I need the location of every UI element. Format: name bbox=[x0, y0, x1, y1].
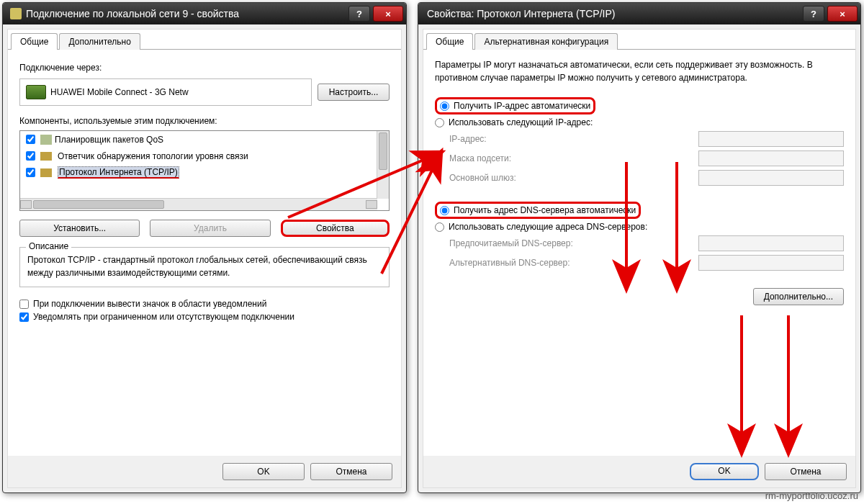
radio-ip-auto-label: Получить IP-адрес автоматически bbox=[454, 101, 590, 111]
configure-button[interactable]: Настроить... bbox=[318, 84, 390, 101]
tcpip-icon bbox=[40, 168, 52, 177]
dns-pref-input bbox=[698, 235, 844, 251]
topology-icon bbox=[40, 152, 52, 161]
radio-dns-auto-label: Получить адрес DNS-сервера автоматически bbox=[454, 205, 636, 215]
tab-general-left[interactable]: Общие bbox=[11, 33, 58, 50]
ip-label: IP-адрес: bbox=[449, 134, 487, 144]
properties-button[interactable]: Свойства bbox=[281, 220, 390, 237]
titlebar-right: Свойства: Протокол Интернета (TCP/IP) ? … bbox=[418, 3, 860, 24]
close-button[interactable]: × bbox=[827, 6, 858, 22]
dns-alt-input bbox=[698, 255, 844, 271]
ok-button-right[interactable]: OK bbox=[690, 463, 759, 480]
network-card-icon bbox=[26, 85, 46, 99]
help-button[interactable]: ? bbox=[348, 6, 370, 22]
radio-dns-manual-label: Использовать следующие адреса DNS-сервер… bbox=[449, 222, 647, 232]
dialog-lan-properties: Подключение по локальной сети 9 - свойст… bbox=[2, 2, 407, 493]
ip-input bbox=[698, 131, 844, 147]
gateway-label: Основной шлюз: bbox=[449, 173, 516, 183]
title-right: Свойства: Протокол Интернета (TCP/IP) bbox=[427, 8, 800, 19]
radio-ip-auto[interactable] bbox=[440, 102, 449, 111]
checkbox[interactable] bbox=[26, 168, 35, 177]
connect-via-label: Подключение через: bbox=[19, 63, 390, 73]
cancel-button-right[interactable]: Отмена bbox=[765, 463, 847, 480]
radio-ip-manual[interactable] bbox=[435, 118, 444, 127]
tab-advanced-left[interactable]: Дополнительно bbox=[59, 33, 140, 50]
description-text: Протокол TCP/IP - стандартный протокол г… bbox=[27, 253, 382, 279]
components-label: Компоненты, используемые этим подключени… bbox=[19, 116, 390, 126]
help-button[interactable]: ? bbox=[803, 6, 824, 22]
mask-label: Маска подсети: bbox=[449, 153, 511, 163]
list-item[interactable]: Ответчик обнаружения топологии уровня св… bbox=[20, 148, 389, 164]
lan-icon bbox=[10, 8, 22, 19]
remove-button: Удалить bbox=[150, 220, 270, 237]
advanced-button[interactable]: Дополнительно... bbox=[753, 288, 844, 305]
tab-alt-config[interactable]: Альтернативная конфигурация bbox=[474, 33, 618, 50]
title-left: Подключение по локальной сети 9 - свойст… bbox=[26, 8, 346, 19]
titlebar-left: Подключение по локальной сети 9 - свойст… bbox=[3, 3, 406, 24]
radio-ip-manual-label: Использовать следующий IP-адрес: bbox=[449, 117, 593, 127]
intro-text: Параметры IP могут назначаться автоматич… bbox=[435, 58, 844, 84]
radio-dns-manual[interactable] bbox=[435, 222, 444, 232]
ok-button-left[interactable]: OK bbox=[222, 463, 305, 480]
list-item-label: Протокол Интернета (TCP/IP) bbox=[58, 166, 179, 179]
show-icon-checkbox[interactable] bbox=[19, 300, 29, 309]
list-item[interactable]: Планировщик пакетов QoS bbox=[20, 131, 389, 148]
horizontal-scrollbar[interactable] bbox=[20, 198, 377, 210]
adapter-name: HUAWEI Mobile Connect - 3G Netw bbox=[50, 87, 189, 97]
checkbox[interactable] bbox=[26, 135, 35, 144]
list-item-label: Планировщик пакетов QoS bbox=[55, 135, 163, 145]
install-button[interactable]: Установить... bbox=[19, 220, 140, 237]
dns-alt-label: Альтернативный DNS-сервер: bbox=[449, 258, 570, 268]
list-item-selected[interactable]: Протокол Интернета (TCP/IP) bbox=[20, 164, 389, 181]
gateway-input bbox=[698, 170, 844, 186]
tab-general-right[interactable]: Общие bbox=[426, 33, 473, 50]
mask-input bbox=[698, 150, 844, 166]
qos-icon bbox=[40, 135, 52, 145]
adapter-box: HUAWEI Mobile Connect - 3G Netw bbox=[19, 78, 312, 106]
cancel-button-left[interactable]: Отмена bbox=[310, 463, 392, 480]
dialog-tcpip-properties: Свойства: Протокол Интернета (TCP/IP) ? … bbox=[418, 2, 861, 493]
description-legend: Описание bbox=[26, 241, 71, 251]
show-icon-label: При подключении вывести значок в области… bbox=[33, 299, 266, 309]
watermark: rm-myportfolio.ucoz.ru bbox=[765, 490, 858, 501]
vertical-scrollbar[interactable] bbox=[377, 131, 389, 199]
dns-pref-label: Предпочитаемый DNS-сервер: bbox=[449, 238, 573, 248]
notify-checkbox[interactable] bbox=[19, 312, 29, 322]
notify-label: Уведомлять при ограниченном или отсутств… bbox=[33, 312, 294, 322]
components-listbox[interactable]: Планировщик пакетов QoS Ответчик обнаруж… bbox=[19, 130, 390, 211]
radio-dns-auto[interactable] bbox=[440, 206, 449, 215]
checkbox[interactable] bbox=[26, 151, 35, 161]
list-item-label: Ответчик обнаружения топологии уровня св… bbox=[58, 151, 248, 161]
close-button[interactable]: × bbox=[373, 6, 403, 22]
